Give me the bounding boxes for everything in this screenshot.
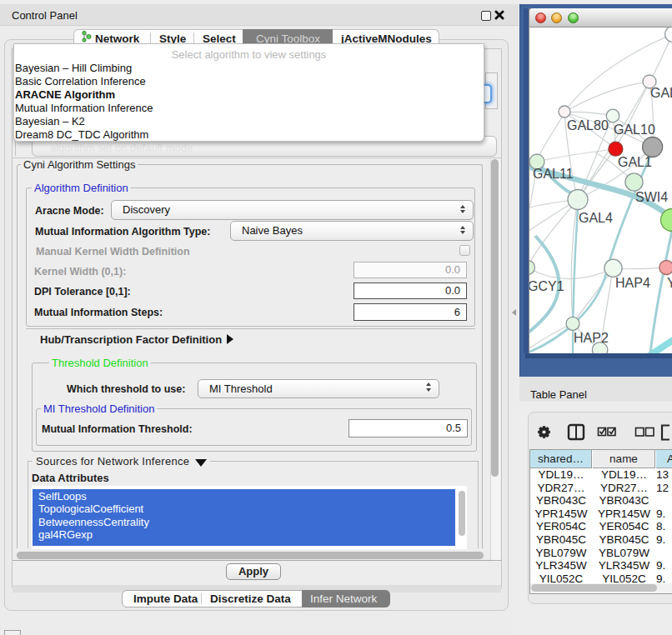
svg-text:YJR048W: YJR048W <box>667 276 672 290</box>
svg-text:GAL4: GAL4 <box>579 211 613 225</box>
svg-text:GAL80: GAL80 <box>567 118 609 132</box>
svg-text:GCY1: GCY1 <box>529 279 564 293</box>
svg-text:GAL11: GAL11 <box>533 167 574 181</box>
svg-text:SWI4: SWI4 <box>635 190 668 204</box>
svg-text:GAL7: GAL7 <box>650 86 672 100</box>
svg-text:HAP4: HAP4 <box>615 276 650 290</box>
svg-text:GAL10: GAL10 <box>614 122 655 137</box>
svg-text:GAL1: GAL1 <box>618 155 652 169</box>
svg-text:HAP2: HAP2 <box>574 331 609 345</box>
